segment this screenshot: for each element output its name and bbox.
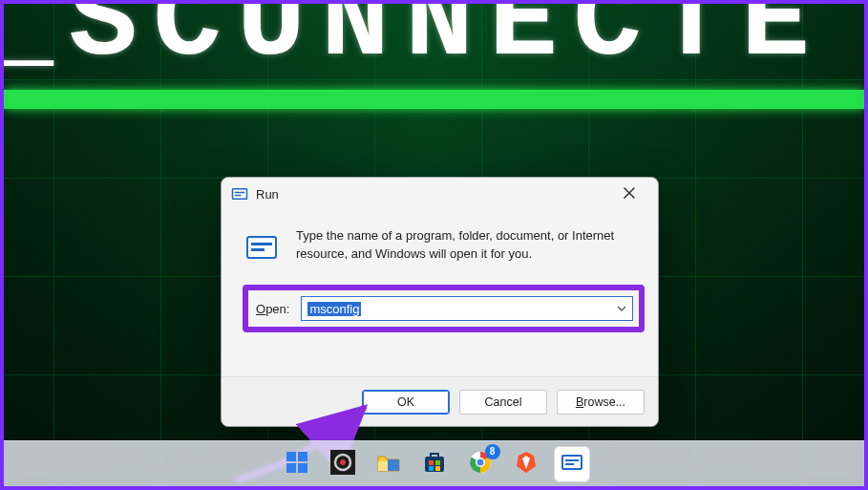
start-button[interactable]: [279, 446, 315, 482]
chevron-down-icon[interactable]: [617, 300, 626, 317]
run-dialog: Run Type the name of a program, folder, …: [221, 177, 659, 427]
folder-icon: [376, 450, 401, 479]
taskbar-microsoft-store[interactable]: [416, 446, 453, 482]
open-row-highlight: Open: msconfig: [243, 285, 645, 332]
svg-rect-2: [235, 195, 242, 197]
taskbar-chrome[interactable]: 8: [462, 446, 498, 482]
taskbar-file-explorer[interactable]: [370, 446, 407, 482]
svg-rect-3: [247, 237, 276, 258]
windows-logo-icon: [285, 450, 309, 479]
close-icon: [624, 185, 635, 202]
svg-rect-16: [429, 460, 434, 465]
ok-button[interactable]: OK: [362, 390, 450, 415]
run-body-icon-wrap: [243, 227, 281, 267]
open-label: Open:: [256, 302, 289, 316]
browse-button[interactable]: Browse...: [557, 390, 645, 415]
taskbar[interactable]: 8: [4, 440, 864, 486]
wallpaper-text: _SCUNNECTE: [4, 4, 864, 88]
svg-rect-9: [298, 463, 307, 473]
svg-point-12: [340, 459, 346, 465]
title-text: Run: [256, 187, 610, 202]
svg-rect-1: [235, 192, 245, 194]
svg-rect-8: [286, 463, 296, 473]
taskbar-app-obs[interactable]: [325, 446, 361, 482]
titlebar[interactable]: Run: [222, 178, 658, 210]
button-row: OK Cancel Browse...: [222, 376, 658, 426]
taskbar-run-app[interactable]: [554, 446, 590, 482]
svg-rect-15: [425, 457, 444, 472]
cancel-button[interactable]: Cancel: [459, 390, 547, 415]
store-icon: [422, 450, 447, 479]
svg-rect-18: [429, 466, 434, 471]
run-title-icon: [231, 185, 248, 202]
brave-icon: [514, 450, 539, 479]
chrome-badge: 8: [485, 444, 500, 459]
svg-rect-17: [435, 460, 440, 465]
run-large-icon: [245, 231, 278, 267]
open-combobox[interactable]: msconfig: [301, 296, 633, 321]
svg-rect-7: [298, 452, 307, 461]
obs-icon: [330, 450, 355, 479]
svg-rect-6: [286, 452, 296, 461]
svg-rect-25: [565, 463, 574, 465]
dialog-body: Type the name of a program, folder, docu…: [222, 210, 658, 267]
svg-rect-23: [562, 456, 582, 469]
svg-point-22: [476, 458, 483, 465]
wallpaper-accent-bar: [4, 90, 864, 109]
close-button[interactable]: [610, 181, 648, 207]
svg-rect-0: [233, 189, 247, 200]
taskbar-brave[interactable]: [508, 446, 544, 482]
svg-rect-14: [388, 459, 399, 471]
svg-rect-5: [251, 248, 265, 251]
dialog-description: Type the name of a program, folder, docu…: [296, 227, 637, 267]
svg-rect-24: [565, 459, 579, 461]
run-taskbar-icon: [560, 450, 584, 479]
open-input-value[interactable]: msconfig: [307, 302, 361, 316]
svg-rect-19: [435, 466, 440, 471]
svg-rect-4: [251, 243, 272, 245]
